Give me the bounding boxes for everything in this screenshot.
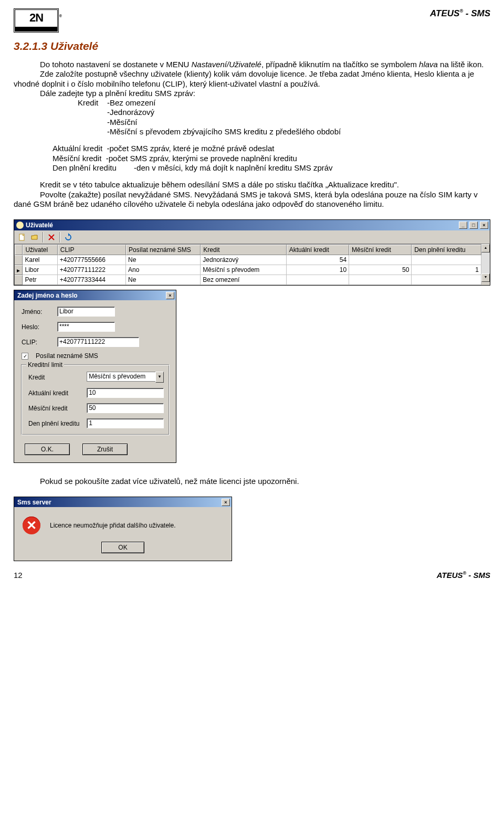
window-title: Uživatelé [26,222,53,229]
paragraph-5: Povolte (zakažte) posílat nevyžádané SMS… [14,190,490,209]
license-error-dialog: Sms server × ✕ Licence neumožňuje přidat… [14,497,232,561]
table-row[interactable]: Petr +420777333444 Ne Bez omezení [15,275,481,285]
section-heading: 3.2.1.3 Uživatelé [14,40,490,52]
subline: Měsíční kredit -počet SMS zpráv, kterými… [52,154,490,163]
mesicni-kredit-label: Měsíční kredit [28,405,82,412]
users-window: Uživatelé _ □ × Uživatel CLIP Posílat ne… [14,219,490,286]
footer-product: ATEUS® - SMS [437,571,490,580]
brand-text: 2N [29,11,43,24]
fieldset-legend: Kreditní limit [26,361,64,368]
ok-button[interactable]: OK [101,542,144,553]
den-plneni-field[interactable]: 1 [87,418,164,428]
dialog-title: Zadej jméno a heslo [17,292,78,299]
paragraph-4: Kredit se v této tabulce aktualizuje běh… [14,180,490,189]
clip-label: CLIP: [22,339,53,346]
close-button[interactable]: × [166,292,174,299]
new-button[interactable] [16,231,28,243]
error-message: Licence neumožňuje přidat dalšího uživat… [50,522,175,529]
dialog-title: Sms server [17,499,51,506]
minimize-button[interactable]: _ [459,222,467,229]
clip-field[interactable]: +420777111222 [57,337,139,347]
password-label: Heslo: [22,323,53,331]
paragraph-3-lead: Dále zadejte typ a plnění kreditu SMS zp… [14,89,490,98]
kredit-opt: -Měsíční s převodem zbývajícího SMS kred… [107,127,341,136]
cancel-button[interactable]: Zrušit [82,444,128,455]
page-number: 12 [14,571,23,580]
paragraph-2: Zde založíte postupně všechny uživatele … [14,69,490,89]
toolbar-separator [43,232,44,243]
maximize-button[interactable]: □ [469,222,478,229]
close-button[interactable]: × [222,499,230,506]
dialog-titlebar[interactable]: Zadej jméno a heslo × [14,290,176,300]
aktualni-kredit-label: Aktuální kredit [28,389,82,397]
table-row[interactable]: ▸ Libor +420777111222 Ano Měsíční s přev… [15,265,481,275]
chevron-down-icon[interactable]: ▼ [155,372,164,383]
registered-icon: ® [59,8,61,24]
col-header[interactable]: Aktuální kredit [287,245,349,255]
send-unknown-checkbox[interactable]: ✓ [22,353,28,360]
refresh-button[interactable] [62,231,74,243]
brand-subtext: TELEKOMUNIKACE [15,27,58,31]
row-indicator [15,275,23,285]
kredit-opt: -Měsíční [107,118,341,127]
row-indicator: ▸ [15,265,23,275]
close-button[interactable]: × [480,222,488,229]
credit-fieldset: Kreditní limit Kredit Měsíční s převodem… [22,365,170,435]
ok-button[interactable]: O.K. [25,444,70,455]
send-unknown-label: Posílat neznámé SMS [36,352,98,360]
header-product: ATEUS® - SMS [430,8,490,19]
toolbar [14,230,490,244]
kredit-opt: -Bez omezení [107,98,341,108]
row-indicator [15,255,23,265]
users-grid[interactable]: Uživatel CLIP Posílat neznámé SMS Kredit… [14,244,481,285]
col-header[interactable]: Posílat neznámé SMS [126,245,201,255]
error-icon: ✕ [23,517,40,534]
open-button[interactable] [29,231,40,243]
col-header[interactable]: Den plnění kreditu [412,245,481,255]
after-dialog-text: Pokud se pokoušíte zadat více uživatelů,… [14,477,490,486]
delete-button[interactable] [46,231,57,243]
password-field[interactable]: **** [57,322,115,332]
col-header[interactable]: Měsíční kredit [349,245,412,255]
user-edit-dialog: Zadej jméno a heslo × Jméno: Libor Heslo… [14,290,176,463]
kredit-label: Kredit [78,98,107,136]
aktualni-kredit-field[interactable]: 10 [87,388,164,398]
col-header[interactable]: Uživatel [23,245,57,255]
window-icon [16,222,24,229]
grid-corner [15,245,23,255]
brand-logo: 2N ® TELEKOMUNIKACE [14,8,59,33]
kredit-select[interactable]: Měsíční s převodem ▼ [87,372,164,383]
table-row[interactable]: Karel +420777555666 Ne Jednorázový 54 [15,255,481,265]
kredit-opt: -Jednorázový [107,108,341,117]
vertical-scrollbar[interactable]: ▴ ▾ [481,244,490,285]
toolbar-separator [59,232,60,243]
col-header[interactable]: CLIP [58,245,126,255]
dialog-titlebar[interactable]: Sms server × [14,497,232,507]
paragraph-1: Do tohoto nastavení se dostanete v MENU … [14,60,490,69]
name-field[interactable]: Libor [57,307,115,317]
mesicni-kredit-field[interactable]: 50 [87,403,164,413]
users-titlebar[interactable]: Uživatelé _ □ × [14,220,490,230]
subline: Den plnění kreditu -den v měsíci, kdy má… [52,163,490,173]
den-plneni-label: Den plnění kreditu [28,420,82,427]
col-header[interactable]: Kredit [201,245,286,255]
kredit-label: Kredit [28,374,82,381]
subline: Aktuální kredit -počet SMS zpráv, které … [52,144,490,153]
name-label: Jméno: [22,308,53,315]
